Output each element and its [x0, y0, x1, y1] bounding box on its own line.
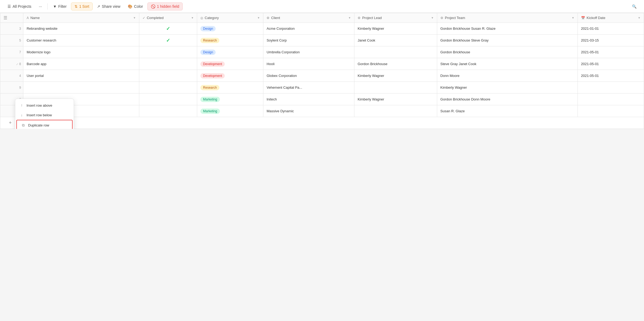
row-team[interactable]: Gordon Brickhouse Susan R. Glaze — [437, 23, 578, 35]
col-header-lead[interactable]: ⚙ Project Lead ▼ — [354, 13, 437, 23]
row-client[interactable]: Soylent Corp — [263, 35, 354, 46]
search-button[interactable]: 🔍 — [629, 3, 640, 10]
team-col-arrow: ▼ — [572, 16, 574, 19]
row-client[interactable]: Vehement Capital Pa... — [263, 82, 354, 94]
row-number: 5 — [0, 35, 23, 46]
row-category[interactable]: Research — [197, 35, 263, 46]
context-menu-item-insert-below[interactable]: ↓Insert row below — [15, 110, 74, 120]
row-team[interactable]: Kimberly Wagner — [437, 82, 578, 94]
row-category[interactable]: Marketing — [197, 105, 263, 117]
row-client[interactable]: Globex Corporation — [263, 70, 354, 82]
col-header-completed[interactable]: ✓ Completed ▼ — [139, 13, 197, 23]
row-name[interactable]: Customer research — [23, 35, 139, 46]
insert-above-icon: ↑ — [20, 103, 24, 107]
row-lead[interactable]: Kimberly Wagner — [354, 94, 437, 105]
row-client[interactable]: Hooli — [263, 58, 354, 70]
all-projects-button[interactable]: ☰ All Projects — [4, 3, 35, 10]
context-menu-item-insert-above[interactable]: ↑Insert row above — [15, 100, 74, 110]
row-number: 3 — [0, 23, 23, 35]
duplicate-icon: ⧉ — [21, 123, 25, 128]
row-team[interactable]: Donn Moore — [437, 70, 578, 82]
duplicate-label: Duplicate row — [28, 123, 49, 127]
table-row[interactable]: 9ResearchVehement Capital Pa...Kimberly … — [0, 82, 644, 94]
category-badge: Design — [200, 26, 216, 31]
col-header-name[interactable]: A Name ▼ — [23, 13, 139, 23]
client-col-icon: ⚙ — [267, 16, 269, 20]
row-category[interactable]: Development — [197, 70, 263, 82]
sort-button[interactable]: ⇅ 1 Sort — [71, 2, 93, 10]
row-category[interactable]: Design — [197, 46, 263, 58]
row-completed[interactable] — [139, 58, 197, 70]
table-row[interactable]: 10MarketingMassive DynamicSusan R. Glaze — [0, 105, 644, 117]
team-col-label: Project Team — [445, 16, 465, 20]
row-team[interactable]: Gordon Brickhouse Donn Moore — [437, 94, 578, 105]
row-client[interactable]: Massive Dynamic — [263, 105, 354, 117]
row-lead[interactable]: Janet Cook — [354, 35, 437, 46]
table-body: 3Rebranding website✓DesignAcme Corporati… — [0, 23, 644, 129]
row-team[interactable]: Gordon Brickhouse — [437, 46, 578, 58]
row-lead[interactable]: Kimberly Wagner — [354, 23, 437, 35]
table-row[interactable]: 4User portalDevelopmentGlobex Corporatio… — [0, 70, 644, 82]
row-name[interactable]: User portal — [23, 70, 139, 82]
row-completed[interactable] — [139, 70, 197, 82]
row-team[interactable]: Steve Gray Janet Cook — [437, 58, 578, 70]
more-icon: ··· — [39, 4, 42, 9]
row-name[interactable]: Rebranding website — [23, 23, 139, 35]
row-expand-icon: ☰ — [3, 15, 7, 20]
context-menu-item-duplicate[interactable]: ⧉Duplicate row — [16, 120, 73, 129]
row-kickoff: 2021-05-01 — [578, 58, 644, 70]
context-menu: ↑Insert row above↓Insert row below⧉Dupli… — [15, 99, 74, 129]
row-lead[interactable] — [354, 105, 437, 117]
sort-label: 1 Sort — [79, 4, 89, 9]
hidden-field-button[interactable]: 🚫 1 hidden field — [147, 2, 183, 10]
row-name[interactable]: Barcode app — [23, 58, 139, 70]
name-col-icon: A — [27, 16, 29, 20]
category-col-icon: ◎ — [200, 16, 203, 20]
row-completed[interactable] — [139, 94, 197, 105]
table-wrapper: ☰ A Name ▼ ✓ Completed — [0, 13, 644, 129]
row-completed[interactable]: ✓ — [139, 35, 197, 46]
row-category[interactable]: Design — [197, 23, 263, 35]
add-row-button[interactable]: + — [5, 118, 16, 128]
row-lead[interactable]: Gordon Brickhouse — [354, 58, 437, 70]
row-category[interactable]: Marketing — [197, 94, 263, 105]
col-header-category[interactable]: ◎ Category ▼ — [197, 13, 263, 23]
row-category[interactable]: Research — [197, 82, 263, 94]
col-header-client[interactable]: ⚙ Client ▼ — [263, 13, 354, 23]
client-col-label: Client — [271, 16, 280, 20]
more-button[interactable]: ··· — [36, 3, 45, 10]
table-row[interactable]: 7Modernize logoDesignUmbrella Corporatio… — [0, 46, 644, 58]
row-completed[interactable] — [139, 105, 197, 117]
row-client[interactable]: Acme Corporation — [263, 23, 354, 35]
share-view-button[interactable]: ↗ Share view — [94, 3, 123, 10]
filter-button[interactable]: ▼ Filter — [50, 3, 70, 10]
row-lead[interactable] — [354, 46, 437, 58]
row-team[interactable]: Susan R. Glaze — [437, 105, 578, 117]
color-button[interactable]: 🎨 Color — [125, 3, 146, 10]
main-table: ☰ A Name ▼ ✓ Completed — [0, 13, 644, 129]
table-row[interactable]: ⤢8Barcode appDevelopmentHooliGordon Bric… — [0, 58, 644, 70]
col-header-team[interactable]: ⚙ Project Team ▼ — [437, 13, 578, 23]
header-row: ☰ A Name ▼ ✓ Completed — [0, 13, 644, 23]
checkmark-icon: ✓ — [166, 26, 170, 31]
category-col-label: Category — [205, 16, 219, 20]
table-row[interactable]: 3Rebranding website✓DesignAcme Corporati… — [0, 23, 644, 35]
insert-below-icon: ↓ — [20, 113, 24, 117]
table-row[interactable]: 5Customer research✓ResearchSoylent CorpJ… — [0, 35, 644, 46]
client-col-arrow: ▼ — [348, 16, 351, 19]
completed-col-icon: ✓ — [143, 16, 145, 20]
row-category[interactable]: Development — [197, 58, 263, 70]
row-completed[interactable]: ✓ — [139, 23, 197, 35]
search-icon: 🔍 — [632, 4, 636, 9]
row-client[interactable]: Initech — [263, 94, 354, 105]
row-name[interactable]: Modernize logo — [23, 46, 139, 58]
row-lead[interactable] — [354, 82, 437, 94]
col-header-kickoff[interactable]: 📅 Kickoff Date ▼ — [578, 13, 644, 23]
row-completed[interactable] — [139, 46, 197, 58]
row-name[interactable] — [23, 82, 139, 94]
row-completed[interactable] — [139, 82, 197, 94]
row-lead[interactable]: Kimberly Wagner — [354, 70, 437, 82]
row-client[interactable]: Umbrella Corporation — [263, 46, 354, 58]
table-row[interactable]: 6MarketingInitechKimberly WagnerGordon B… — [0, 94, 644, 105]
row-team[interactable]: Gordon Brickhouse Steve Gray — [437, 35, 578, 46]
